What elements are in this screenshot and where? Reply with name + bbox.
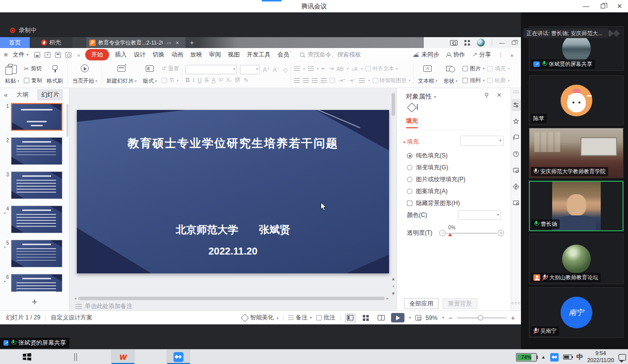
menu-tab-animation[interactable]: 动画 <box>171 49 184 60</box>
window-layout-icon[interactable]: 1 <box>450 40 457 46</box>
reset-button[interactable]: ↺重置 <box>162 65 179 72</box>
ime-indicator[interactable]: 中 <box>576 353 583 362</box>
slide-title[interactable]: 教育硕士专业学位研究生培养若干问题 <box>92 136 374 151</box>
wps-restore-button[interactable] <box>512 41 516 45</box>
menu-tab-member[interactable]: 会员› <box>277 49 292 60</box>
format-painter-button[interactable]: 格式刷 <box>45 63 64 86</box>
shapes-button[interactable]: 形状▾ <box>442 63 459 86</box>
thumbnail-scrollbar[interactable] <box>66 104 68 137</box>
distribute-icon[interactable] <box>330 78 335 83</box>
play-options-icon[interactable]: ▾ <box>409 315 411 320</box>
slide-thumbnail-3[interactable]: 3 <box>3 171 66 199</box>
pin-panel-icon[interactable]: ⚲ <box>484 92 489 99</box>
to-smart-graphic-button[interactable]: 转智能图形▾ <box>373 77 410 84</box>
fill-preset-select[interactable] <box>460 136 504 146</box>
menu-tab-view[interactable]: 视图 <box>227 49 241 60</box>
normal-view-button[interactable] <box>345 313 356 322</box>
start-button[interactable] <box>23 353 31 361</box>
slide-thumbnail-6[interactable]: 6✶ <box>3 274 66 292</box>
strip-more-icon[interactable]: ○○○ <box>511 301 520 306</box>
battery-indicator[interactable]: 74% <box>516 353 537 362</box>
hamburger-menu-icon[interactable]: ≡ <box>4 51 8 58</box>
increase-transparency-icon[interactable]: + <box>498 230 504 236</box>
slide-date[interactable]: 2022.11.20 <box>77 246 389 257</box>
indent-minus-icon[interactable]: ⇥⁻ <box>348 77 356 84</box>
panel-drag-handle[interactable] <box>513 91 519 93</box>
decrease-transparency-icon[interactable]: − <box>439 230 446 236</box>
apply-all-button[interactable]: 全部应用 <box>404 298 439 309</box>
export-icon[interactable] <box>45 52 51 58</box>
print-preview-icon[interactable] <box>65 52 71 58</box>
text-direction-icon[interactable]: AB <box>337 66 344 72</box>
menu-tab-slideshow[interactable]: 放映 <box>189 49 203 60</box>
scroll-right-icon[interactable]: ▸ <box>387 296 389 301</box>
superscript-button[interactable]: X² <box>219 77 224 83</box>
restore-button[interactable] <box>594 0 611 12</box>
screen-share-banner[interactable]: ↗ 张斌贤的屏幕共享 <box>0 338 69 348</box>
taskbar-wps-app[interactable]: W <box>111 350 135 364</box>
decrease-indent-icon[interactable]: ⇤ <box>321 65 326 72</box>
section-button[interactable]: 节▾ <box>162 77 179 84</box>
tab-slides[interactable]: 幻灯片 <box>37 89 63 101</box>
slide-thumbnail-1[interactable]: 1 <box>3 103 66 131</box>
comments-button[interactable]: 批注 <box>316 313 336 322</box>
font-color-button[interactable]: A <box>212 77 216 84</box>
skin-settings-icon[interactable] <box>512 164 521 176</box>
battery-icon[interactable] <box>563 355 572 360</box>
slide-byline[interactable]: 北京师范大学 张斌贤 <box>77 223 389 237</box>
slide-canvas[interactable]: 教育硕士专业学位研究生培养若干问题 北京师范大学 张斌贤 2022.11.20 <box>77 110 389 273</box>
new-tab-button[interactable]: + <box>185 37 198 48</box>
next-slide-button[interactable]: ▼ <box>391 291 396 296</box>
line-spacing-icon[interactable]: ↕A <box>351 66 358 72</box>
add-slide-button[interactable]: + <box>0 297 69 308</box>
zoom-in-button[interactable]: + <box>511 314 515 322</box>
action-center-icon[interactable] <box>619 354 626 361</box>
cut-button[interactable]: ✂剪切 <box>24 65 42 72</box>
slide-sorter-view-button[interactable] <box>360 313 371 322</box>
horizontal-scrollbar[interactable]: ◂ ▸ <box>74 296 389 301</box>
menu-tab-insert[interactable]: 插入 <box>114 49 128 60</box>
menu-tab-design[interactable]: 设计 <box>133 49 147 60</box>
strikethrough-button[interactable]: S <box>205 77 209 84</box>
menu-tab-start[interactable]: 开始 <box>85 49 109 60</box>
option-picture-texture-fill[interactable]: 图片或纹理填充(P) <box>407 175 465 184</box>
reading-view-button[interactable] <box>376 313 387 322</box>
apps-grid-icon[interactable] <box>464 40 470 46</box>
taskbar-meeting-app[interactable] <box>167 350 190 364</box>
slideshow-play-button[interactable] <box>391 313 404 322</box>
picture-button[interactable]: 图片▾ <box>462 65 485 72</box>
align-text-button[interactable]: 对齐文本▾ <box>365 65 398 72</box>
wps-minimize-button[interactable]: — <box>499 40 505 46</box>
participant-tile-dabieshan[interactable]: 大别山教师教育论坛 <box>529 234 624 284</box>
tab-outline[interactable]: 大纲 <box>12 89 32 101</box>
highlight-button[interactable]: ✎ <box>244 77 249 84</box>
design-scheme-label[interactable]: 自定义设计方案 <box>51 313 92 322</box>
zoom-level[interactable]: 59% <box>426 314 438 321</box>
numbered-list-icon[interactable] <box>308 66 314 71</box>
participant-tile-wunanning[interactable]: 南宁 吴南宁 <box>529 287 624 338</box>
save-icon[interactable] <box>34 52 40 58</box>
participant-tile-anqing[interactable]: 安庆师范大学教师教育学院 <box>529 128 624 178</box>
tab-docer[interactable]: 稻壳 <box>30 37 72 48</box>
slide-thumbnail-2[interactable]: 2 <box>3 137 66 165</box>
sync-status[interactable]: ☁未同步 <box>412 51 439 59</box>
collaborate-button[interactable]: 协作 <box>446 51 465 59</box>
bold-button[interactable]: B <box>185 77 190 84</box>
outline-button[interactable]: 轮廓▾ <box>487 77 510 84</box>
tab-document[interactable]: P 教育专业学位教育...2-11-20) ▭ ✕ <box>86 37 185 48</box>
pin-tab-icon[interactable]: ▭ <box>167 40 171 46</box>
slide-thumbnail-5[interactable]: 5✶ <box>3 240 66 267</box>
phonetic-guide-button[interactable]: 拼 <box>235 76 241 84</box>
effects-icon[interactable] <box>512 115 521 127</box>
bullet-list-icon[interactable] <box>294 66 300 71</box>
minimize-button[interactable]: — <box>577 0 594 12</box>
menu-tab-transition[interactable]: 切换 <box>152 49 166 60</box>
task-view-icon[interactable] <box>74 353 77 361</box>
fill-button[interactable]: 填充▾ <box>487 65 510 72</box>
close-button[interactable]: ✕ <box>611 0 628 12</box>
justify-icon[interactable] <box>321 78 327 83</box>
increase-font-button[interactable]: A⁺ <box>263 66 270 73</box>
menu-tab-review[interactable]: 审阅 <box>208 49 222 60</box>
close-tab-icon[interactable]: ✕ <box>175 40 179 46</box>
object-properties-icon[interactable] <box>512 99 521 111</box>
